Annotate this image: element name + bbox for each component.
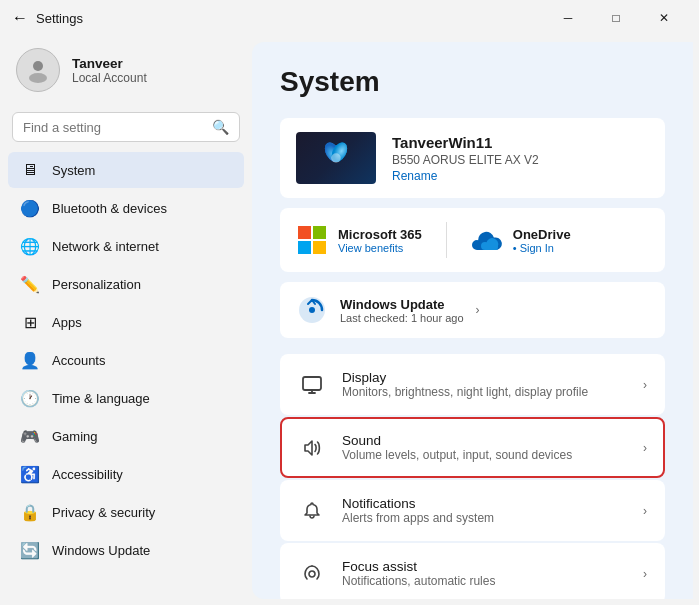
search-box[interactable]: 🔍 (12, 112, 240, 142)
title-bar: ← Settings ─ □ ✕ (0, 0, 699, 36)
sidebar-label-personalization: Personalization (52, 277, 141, 292)
sidebar-item-accessibility[interactable]: ♿ Accessibility (8, 456, 244, 492)
page-title: System (280, 66, 665, 98)
notifications-icon (298, 497, 326, 525)
sidebar-item-update[interactable]: 🔄 Windows Update (8, 532, 244, 568)
microsoft365-name: Microsoft 365 (338, 227, 422, 242)
focus-desc: Notifications, automatic rules (342, 574, 627, 588)
display-chevron: › (643, 378, 647, 392)
notifications-text: Notifications Alerts from apps and syste… (342, 496, 627, 525)
sidebar-label-network: Network & internet (52, 239, 159, 254)
pc-name: TanveerWin11 (392, 134, 539, 151)
app-container: Tanveer Local Account 🔍 🖥 System 🔵 Bluet… (0, 36, 699, 605)
accounts-icon: 👤 (20, 350, 40, 370)
notifications-name: Notifications (342, 496, 627, 511)
windows-update-text: Windows Update Last checked: 1 hour ago (340, 297, 464, 324)
time-icon: 🕐 (20, 388, 40, 408)
svg-point-0 (33, 61, 43, 71)
sidebar: Tanveer Local Account 🔍 🖥 System 🔵 Bluet… (0, 36, 252, 605)
network-icon: 🌐 (20, 236, 40, 256)
pc-thumbnail (296, 132, 376, 184)
svg-rect-8 (313, 226, 326, 239)
focus-chevron: › (643, 567, 647, 581)
update-name: Windows Update (340, 297, 464, 312)
onedrive-icon (471, 224, 503, 256)
sidebar-item-bluetooth[interactable]: 🔵 Bluetooth & devices (8, 190, 244, 226)
maximize-button[interactable]: □ (593, 3, 639, 33)
onedrive-name: OneDrive (513, 227, 571, 242)
sidebar-label-gaming: Gaming (52, 429, 98, 444)
sidebar-label-privacy: Privacy & security (52, 505, 155, 520)
title-bar-text: Settings (36, 11, 537, 26)
focus-text: Focus assist Notifications, automatic ru… (342, 559, 627, 588)
svg-rect-13 (303, 377, 321, 390)
svg-point-12 (309, 307, 315, 313)
services-row: Microsoft 365 View benefits OneDrive (280, 208, 665, 272)
onedrive-sub[interactable]: •Sign In (513, 242, 571, 254)
sidebar-item-time[interactable]: 🕐 Time & language (8, 380, 244, 416)
apps-icon: ⊞ (20, 312, 40, 332)
svg-point-14 (309, 571, 315, 577)
microsoft365-service[interactable]: Microsoft 365 View benefits (296, 224, 422, 256)
sidebar-label-accessibility: Accessibility (52, 467, 123, 482)
svg-rect-9 (298, 241, 311, 254)
focus-icon (298, 560, 326, 588)
avatar (16, 48, 60, 92)
service-divider (446, 222, 447, 258)
onedrive-service[interactable]: OneDrive •Sign In (471, 224, 571, 256)
microsoft365-icon (296, 224, 328, 256)
windows-update-card[interactable]: Windows Update Last checked: 1 hour ago … (280, 282, 665, 338)
sidebar-label-bluetooth: Bluetooth & devices (52, 201, 167, 216)
svg-rect-7 (298, 226, 311, 239)
svg-rect-10 (313, 241, 326, 254)
gaming-icon: 🎮 (20, 426, 40, 446)
update-chevron: › (476, 303, 480, 317)
display-text: Display Monitors, brightness, night ligh… (342, 370, 627, 399)
user-section: Tanveer Local Account (8, 36, 244, 106)
setting-item-display[interactable]: Display Monitors, brightness, night ligh… (280, 354, 665, 415)
setting-item-focus[interactable]: Focus assist Notifications, automatic ru… (280, 543, 665, 599)
main-content: System (252, 42, 693, 599)
user-account-type: Local Account (72, 71, 147, 85)
sidebar-item-personalization[interactable]: ✏️ Personalization (8, 266, 244, 302)
sidebar-label-apps: Apps (52, 315, 82, 330)
microsoft365-text: Microsoft 365 View benefits (338, 227, 422, 254)
sidebar-item-gaming[interactable]: 🎮 Gaming (8, 418, 244, 454)
sidebar-label-accounts: Accounts (52, 353, 105, 368)
accessibility-icon: ♿ (20, 464, 40, 484)
sound-icon (298, 434, 326, 462)
user-name: Tanveer (72, 56, 147, 71)
sidebar-label-update: Windows Update (52, 543, 150, 558)
sidebar-label-system: System (52, 163, 95, 178)
close-button[interactable]: ✕ (641, 3, 687, 33)
minimize-button[interactable]: ─ (545, 3, 591, 33)
sidebar-item-apps[interactable]: ⊞ Apps (8, 304, 244, 340)
bluetooth-icon: 🔵 (20, 198, 40, 218)
sidebar-label-time: Time & language (52, 391, 150, 406)
windows-update-icon (296, 294, 328, 326)
system-icon: 🖥 (20, 160, 40, 180)
svg-point-6 (331, 153, 341, 163)
window-controls: ─ □ ✕ (545, 3, 687, 33)
svg-point-1 (29, 73, 47, 83)
display-name: Display (342, 370, 627, 385)
search-input[interactable] (23, 120, 204, 135)
notifications-chevron: › (643, 504, 647, 518)
top-cards: TanveerWin11 B550 AORUS ELITE AX V2 Rena… (280, 118, 665, 338)
sound-chevron: › (643, 441, 647, 455)
onedrive-text: OneDrive •Sign In (513, 227, 571, 254)
sidebar-item-accounts[interactable]: 👤 Accounts (8, 342, 244, 378)
privacy-icon: 🔒 (20, 502, 40, 522)
microsoft365-sub[interactable]: View benefits (338, 242, 422, 254)
sidebar-item-network[interactable]: 🌐 Network & internet (8, 228, 244, 264)
update-status: Last checked: 1 hour ago (340, 312, 464, 324)
sidebar-item-system[interactable]: 🖥 System (8, 152, 244, 188)
rename-link[interactable]: Rename (392, 169, 539, 183)
setting-item-notifications[interactable]: Notifications Alerts from apps and syste… (280, 480, 665, 541)
sidebar-item-privacy[interactable]: 🔒 Privacy & security (8, 494, 244, 530)
personalization-icon: ✏️ (20, 274, 40, 294)
settings-list: Display Monitors, brightness, night ligh… (280, 354, 665, 599)
setting-item-sound[interactable]: Sound Volume levels, output, input, soun… (280, 417, 665, 478)
sound-desc: Volume levels, output, input, sound devi… (342, 448, 627, 462)
back-button[interactable]: ← (12, 9, 28, 27)
